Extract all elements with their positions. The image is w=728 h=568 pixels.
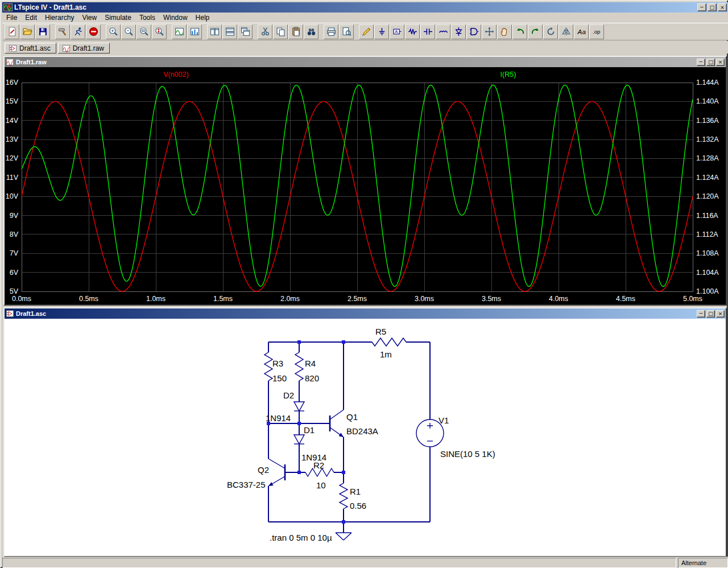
component-R4-symbol[interactable] (295, 352, 303, 381)
plot-settings-icon (190, 27, 200, 36)
toolbar-control-panel-button[interactable] (55, 24, 70, 39)
menu-hierarchy[interactable]: Hierarchy (41, 13, 78, 23)
component-D1-symbol[interactable] (294, 435, 304, 444)
component-R1-ref[interactable]: R1 (350, 487, 361, 496)
toolbar-text-button[interactable]: Aa (574, 24, 589, 39)
waveform-plot-area[interactable] (22, 83, 693, 291)
schematic-pane: R51mR3150R4820D21N914D11N914Q1BD243AQ2BC… (5, 319, 726, 556)
component-R3-ref[interactable]: R3 (272, 359, 283, 368)
toolbar-print-preview-button[interactable] (339, 24, 354, 39)
component-Q2-value[interactable]: BC337-25 (227, 480, 266, 489)
trace-label-I(R5)[interactable]: I(R5) (500, 71, 516, 79)
toolbar-zoom-back-button[interactable] (121, 24, 136, 39)
toolbar-print-button[interactable] (324, 24, 338, 39)
tab-draft1.raw[interactable]: Draft1.raw (58, 43, 110, 53)
spice-directive-text[interactable]: .tran 0 5m 0 10µ (270, 533, 332, 542)
toolbar-spice-directive-button[interactable]: .op (589, 24, 604, 39)
toolbar-tile-vertical-button[interactable] (207, 24, 222, 39)
y-left-tick-label: 12V (6, 154, 19, 162)
component-R5-symbol[interactable] (372, 338, 406, 346)
tab-draft1.asc[interactable]: Draft1.asc (5, 43, 56, 53)
waveform-close-button[interactable]: × (716, 59, 725, 66)
component-D2-value[interactable]: 1N914 (266, 413, 291, 423)
tab-bar: Draft1.ascDraft1.raw (2, 41, 728, 53)
schematic-window-titlebar[interactable]: Draft1.asc ─ □ × (5, 308, 726, 319)
waveform-maximize-button[interactable]: □ (706, 59, 715, 66)
toolbar-paste-button[interactable] (288, 24, 303, 39)
menu-tools[interactable]: Tools (135, 13, 159, 23)
toolbar-diode-button[interactable] (451, 24, 466, 39)
label-net-icon: A (392, 27, 402, 36)
toolbar-undo-button[interactable] (512, 24, 527, 39)
component-R3-symbol[interactable] (264, 352, 272, 381)
toolbar-halt-button[interactable] (86, 24, 101, 39)
toolbar-new-schematic-button[interactable] (5, 24, 19, 39)
toolbar-move-button[interactable] (482, 24, 497, 39)
waveform-minimize-button[interactable]: ─ (697, 59, 705, 66)
y-right-tick-label: 1.120A (696, 192, 719, 200)
component-D2-ref[interactable]: D2 (283, 390, 294, 400)
component-R4-value[interactable]: 820 (305, 373, 319, 383)
component-V1-value[interactable]: SINE(10 5 1K) (440, 449, 495, 459)
toolbar-resistor-button[interactable] (405, 24, 420, 39)
toolbar-autorange-y-button[interactable] (152, 24, 167, 39)
component-R5-ref[interactable]: R5 (375, 327, 386, 336)
menu-window[interactable]: Window (159, 13, 192, 23)
toolbar-cascade-button[interactable] (238, 24, 253, 39)
waveform-plot[interactable]: 16V15V14V13V12V11V10V9V8V7V6V5V1.144A1.1… (5, 67, 726, 304)
toolbar-rotate-button[interactable] (543, 24, 558, 39)
toolbar-inductor-button[interactable] (436, 24, 450, 39)
toolbar-drag-button[interactable] (497, 24, 512, 39)
ground-symbol[interactable] (336, 533, 351, 540)
component-D1-ref[interactable]: D1 (304, 425, 315, 435)
toolbar-open-button[interactable] (20, 24, 35, 39)
close-button[interactable]: × (718, 3, 727, 11)
titlebar[interactable]: LTspice IV - Draft1.asc ─ □ × (2, 2, 728, 13)
toolbar-copy-button[interactable] (273, 24, 288, 39)
schematic-minimize-button[interactable]: ─ (697, 310, 705, 318)
menu-edit[interactable]: Edit (21, 13, 41, 23)
tab-label: Draft1.raw (73, 44, 104, 52)
toolbar-component-button[interactable] (466, 24, 481, 39)
component-D2-symbol[interactable] (294, 402, 304, 411)
component-R2-value[interactable]: 10 (316, 480, 326, 490)
toolbar-zoom-extents-button[interactable] (136, 24, 151, 39)
component-R4-ref[interactable]: R4 (305, 359, 316, 368)
toolbar-plot-settings-button[interactable] (187, 24, 202, 39)
component-R2-ref[interactable]: R2 (313, 460, 324, 470)
trace-label-V(n002)[interactable]: V(n002) (163, 71, 188, 79)
component-R3-value[interactable]: 150 (272, 373, 287, 383)
menu-view[interactable]: View (78, 13, 101, 23)
component-Q1-ref[interactable]: Q1 (346, 412, 358, 422)
toolbar-mirror-button[interactable] (559, 24, 573, 39)
component-V1-ref[interactable]: V1 (439, 415, 449, 425)
x-tick-label: 4.0ms (549, 295, 568, 303)
menu-file[interactable]: File (2, 13, 21, 23)
toolbar-save-button[interactable] (35, 24, 50, 39)
waveform-window-titlebar[interactable]: Draft1.raw ─ □ × (5, 57, 726, 67)
minimize-button[interactable]: ─ (697, 3, 706, 11)
schematic-maximize-button[interactable]: □ (706, 310, 715, 318)
wire-icon (362, 27, 371, 36)
toolbar-zoom-rectangle-button[interactable] (106, 24, 121, 39)
toolbar-capacitor-button[interactable] (420, 24, 435, 39)
menu-simulate[interactable]: Simulate (101, 13, 135, 23)
toolbar-run-button[interactable] (71, 24, 85, 39)
component-R1-symbol[interactable] (340, 483, 348, 509)
component-Q1-value[interactable]: BD243A (346, 426, 378, 436)
toolbar-redo-button[interactable] (528, 24, 543, 39)
component-Q2-ref[interactable]: Q2 (258, 465, 269, 475)
toolbar-wire-button[interactable] (359, 24, 374, 39)
component-R1-value[interactable]: 0.56 (350, 501, 366, 511)
toolbar-visible-traces-button[interactable] (172, 24, 187, 39)
maximize-button[interactable]: □ (708, 3, 717, 11)
toolbar-find-button[interactable] (304, 24, 318, 39)
toolbar-ground-button[interactable] (374, 24, 389, 39)
menu-help[interactable]: Help (192, 13, 214, 23)
toolbar-tile-horizontal-button[interactable] (222, 24, 237, 39)
schematic-close-button[interactable]: × (716, 310, 725, 318)
schematic-canvas[interactable]: R51mR3150R4820D21N914D11N914Q1BD243AQ2BC… (5, 319, 726, 556)
component-R5-value[interactable]: 1m (380, 349, 392, 359)
toolbar-cut-button[interactable] (258, 24, 272, 39)
toolbar-label-net-button[interactable]: A (390, 24, 404, 39)
